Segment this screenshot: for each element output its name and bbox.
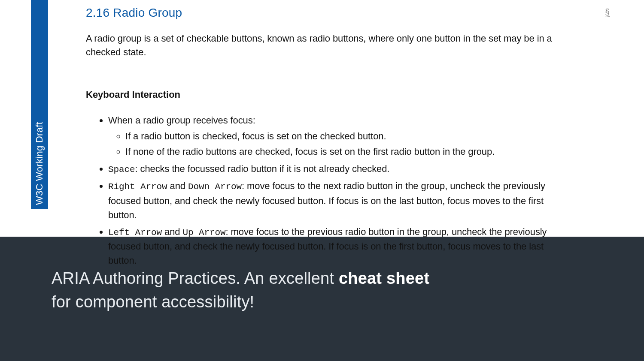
page: W3C Working Draft 2.16 Radio Group § A r…	[0, 0, 644, 361]
section-title: Radio Group	[113, 6, 182, 19]
caption-pre: ARIA Authoring Practices. An excellent	[52, 269, 339, 287]
list-item-text: When a radio group receives focus:	[108, 115, 255, 126]
keyboard-interaction-list: When a radio group receives focus: If a …	[86, 113, 567, 268]
document-content: 2.16 Radio Group § A radio group is a se…	[86, 6, 567, 270]
list-item: If none of the radio buttons are checked…	[125, 144, 567, 159]
status-sidebar: W3C Working Draft	[31, 0, 48, 209]
kbd-joiner: and	[162, 226, 182, 237]
list-item: Left Arrow and Up Arrow: move focus to t…	[108, 225, 567, 268]
kbd-key: Left Arrow	[108, 228, 162, 238]
list-item-text: : checks the focussed radio button if it…	[135, 163, 390, 174]
keyboard-interaction-heading: Keyboard Interaction	[86, 89, 567, 100]
slide-caption: ARIA Authoring Practices. An excellent c…	[52, 267, 438, 314]
kbd-key: Down Arrow	[188, 182, 242, 192]
kbd-key: Up Arrow	[182, 228, 225, 238]
kbd-joiner: and	[167, 180, 188, 191]
section-heading: 2.16 Radio Group	[86, 6, 567, 20]
list-item-children: If a radio button is checked, focus is s…	[108, 129, 567, 159]
kbd-key: Space	[108, 165, 135, 174]
list-item: Space: checks the focussed radio button …	[108, 162, 567, 177]
kbd-key: Right Arrow	[108, 182, 167, 192]
status-sidebar-label: W3C Working Draft	[35, 122, 44, 205]
section-intro: A radio group is a set of checkable butt…	[86, 32, 567, 59]
caption-post: for component accessibility!	[52, 293, 254, 311]
list-item: Right Arrow and Down Arrow: move focus t…	[108, 179, 567, 222]
list-item: If a radio button is checked, focus is s…	[125, 129, 567, 144]
section-permalink[interactable]: §	[605, 8, 610, 17]
document-panel: W3C Working Draft 2.16 Radio Group § A r…	[0, 0, 644, 237]
caption-bold: cheat sheet	[339, 269, 429, 287]
list-item: When a radio group receives focus: If a …	[108, 113, 567, 159]
section-heading-row: 2.16 Radio Group §	[86, 6, 567, 20]
section-number: 2.16	[86, 6, 109, 19]
